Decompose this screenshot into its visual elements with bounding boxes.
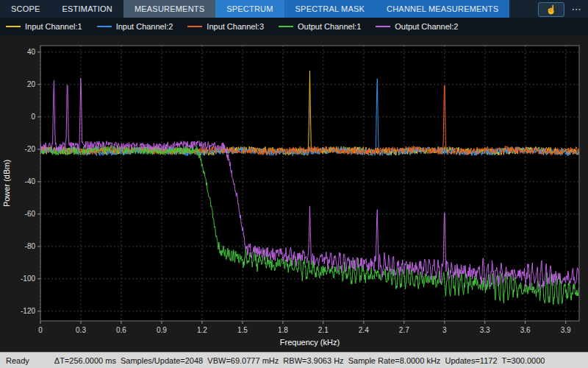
svg-text:Frequency (kHz): Frequency (kHz) <box>280 338 340 347</box>
legend-item[interactable]: Input Channel:2 <box>97 22 173 31</box>
svg-text:40: 40 <box>27 48 36 56</box>
svg-text:0.9: 0.9 <box>157 326 167 334</box>
svg-text:0.3: 0.3 <box>76 326 86 334</box>
svg-text:0.6: 0.6 <box>116 326 126 334</box>
legend-label: Output Channel:1 <box>298 22 361 31</box>
svg-text:1.8: 1.8 <box>278 326 288 334</box>
spectrum-plot[interactable]: 00.30.60.91.21.51.82.12.42.733.33.63.940… <box>0 35 588 352</box>
legend-bar: Input Channel:1Input Channel:2Input Chan… <box>0 18 588 35</box>
svg-text:-120: -120 <box>21 307 35 315</box>
legend-swatch <box>187 26 202 27</box>
svg-text:2.7: 2.7 <box>399 326 409 334</box>
legend-swatch <box>97 26 112 27</box>
legend-label: Output Channel:2 <box>395 22 458 31</box>
svg-text:1.5: 1.5 <box>237 326 248 334</box>
status-ready: Ready <box>6 356 29 365</box>
svg-text:3.6: 3.6 <box>520 326 531 334</box>
more-options-button[interactable]: ⋯ <box>567 0 585 18</box>
legend-item[interactable]: Input Channel:1 <box>6 22 82 31</box>
status-measurements: ΔT=256.0000 ms Samples/Update=2048 VBW=6… <box>54 356 545 365</box>
legend-label: Input Channel:2 <box>116 22 173 31</box>
svg-text:-40: -40 <box>25 177 36 185</box>
pointer-tool-button[interactable]: ☝ <box>538 2 564 17</box>
tab-estimation[interactable]: ESTIMATION <box>51 0 123 18</box>
svg-text:3: 3 <box>442 326 447 334</box>
legend-swatch <box>6 26 21 27</box>
legend-item[interactable]: Input Channel:3 <box>187 22 264 31</box>
tab-measurements[interactable]: MEASUREMENTS <box>123 0 215 18</box>
spectrum-canvas[interactable]: 00.30.60.91.21.51.82.12.42.733.33.63.940… <box>0 35 588 352</box>
svg-text:0: 0 <box>31 113 35 121</box>
toolbar-spacer <box>509 0 538 18</box>
svg-text:3.9: 3.9 <box>561 326 571 334</box>
svg-text:1.2: 1.2 <box>197 326 207 334</box>
svg-text:20: 20 <box>27 80 36 88</box>
legend-item[interactable]: Output Channel:2 <box>376 22 458 31</box>
tab-spectral-mask[interactable]: SPECTRAL MASK <box>284 0 376 18</box>
context-tab-group: SPECTRUM SPECTRAL MASK CHANNEL MEASUREME… <box>215 0 509 18</box>
legend-swatch <box>279 26 293 27</box>
legend-item[interactable]: Output Channel:1 <box>279 22 361 31</box>
svg-text:2.1: 2.1 <box>318 326 329 334</box>
svg-text:3.3: 3.3 <box>480 326 490 334</box>
status-bar: Ready ΔT=256.0000 ms Samples/Update=2048… <box>0 352 588 368</box>
svg-text:-20: -20 <box>25 145 36 153</box>
svg-text:Power (dBm): Power (dBm) <box>2 160 11 207</box>
tab-spectrum[interactable]: SPECTRUM <box>215 0 284 18</box>
svg-text:-100: -100 <box>21 275 35 283</box>
toolbar: SCOPE ESTIMATION MEASUREMENTS SPECTRUM S… <box>0 0 588 18</box>
svg-text:-80: -80 <box>25 242 36 250</box>
legend-swatch <box>376 26 390 27</box>
legend-label: Input Channel:3 <box>207 22 264 31</box>
pointer-hand-icon: ☝ <box>546 4 557 15</box>
tab-scope[interactable]: SCOPE <box>0 0 51 18</box>
svg-text:0: 0 <box>38 326 43 334</box>
tab-channel-measurements[interactable]: CHANNEL MEASUREMENTS <box>376 0 509 18</box>
legend-label: Input Channel:1 <box>25 22 82 31</box>
svg-text:-60: -60 <box>25 210 36 218</box>
svg-text:2.4: 2.4 <box>359 326 369 334</box>
